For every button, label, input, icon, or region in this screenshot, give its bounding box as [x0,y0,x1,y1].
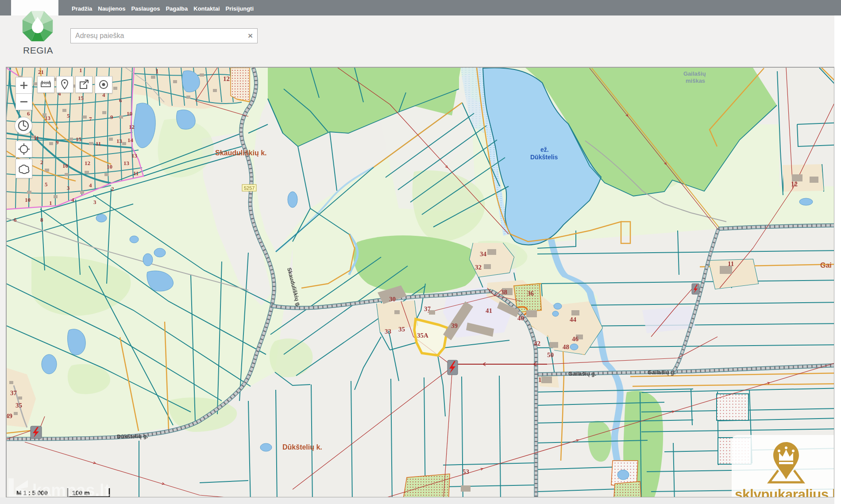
svg-text:30: 30 [389,296,396,303]
svg-text:2: 2 [111,185,114,192]
svg-text:6: 6 [27,110,30,117]
svg-text:6: 6 [14,216,17,223]
svg-text:53: 53 [463,468,469,475]
svg-text:14: 14 [127,137,134,143]
svg-text:1: 1 [155,68,159,75]
svg-text:8: 8 [40,216,43,223]
svg-text:50: 50 [547,351,554,358]
svg-text:33: 33 [385,328,391,335]
svg-text:39: 39 [451,322,458,329]
svg-text:4: 4 [89,182,92,189]
svg-text:Gailašių: Gailašių [683,70,706,77]
svg-text:13: 13 [123,160,130,166]
svg-text:12: 12 [129,123,135,130]
svg-text:11: 11 [96,140,101,147]
svg-text:10: 10 [127,110,132,117]
svg-text:13: 13 [131,152,138,159]
svg-text:35: 35 [15,402,22,409]
svg-text:9: 9 [110,114,113,120]
svg-text:1: 1 [538,376,542,383]
svg-text:48: 48 [563,343,569,350]
svg-text:10: 10 [62,162,68,169]
svg-text:11: 11 [728,260,734,267]
svg-text:10: 10 [25,196,31,203]
svg-text:Gailašių g.: Gailašių g. [648,369,675,376]
svg-text:ež.: ež. [540,146,549,153]
svg-text:37: 37 [424,305,431,312]
svg-text:12: 12 [85,160,90,166]
svg-text:kampas.lt: kampas.lt [32,481,110,497]
svg-text:15: 15 [76,136,82,142]
svg-text:34: 34 [480,250,487,258]
svg-text:Dūkštelis: Dūkštelis [530,154,558,161]
svg-text:11: 11 [34,135,39,141]
svg-text:21: 21 [38,69,44,75]
svg-text:5: 5 [67,112,70,119]
svg-text:35: 35 [398,326,405,333]
svg-text:Gai: Gai [820,262,832,269]
svg-text:11: 11 [133,170,139,177]
svg-text:10: 10 [107,163,112,170]
svg-text:Dūkštelių g.: Dūkštelių g. [117,433,148,440]
svg-text:38: 38 [501,289,507,296]
svg-text:44: 44 [570,316,577,323]
svg-text:Dūkštelių k.: Dūkštelių k. [282,443,322,451]
svg-text:1: 1 [49,200,52,206]
svg-text:4: 4 [71,196,74,203]
svg-text:6: 6 [119,97,122,104]
svg-text:Skauduliškių k.: Skauduliškių k. [215,149,266,157]
svg-text:41: 41 [486,307,492,314]
svg-text:Gailašių g.: Gailašių g. [568,371,596,377]
svg-text:36: 36 [527,290,534,297]
svg-text:37: 37 [10,389,17,396]
svg-text:sklypukaralius.lt: sklypukaralius.lt [735,486,834,497]
svg-text:3: 3 [67,185,70,191]
svg-text:7: 7 [89,115,92,122]
svg-text:5: 5 [45,181,48,188]
svg-text:13: 13 [116,138,123,144]
svg-text:32: 32 [475,264,482,271]
svg-text:35A: 35A [417,332,428,339]
svg-text:5257: 5257 [244,185,255,191]
svg-text:12: 12 [223,75,230,82]
svg-text:13: 13 [45,115,51,121]
svg-text:15: 15 [78,95,84,101]
svg-text:9: 9 [56,139,59,146]
svg-text:2: 2 [40,159,43,165]
svg-text:3: 3 [93,199,96,205]
svg-text:46: 46 [572,335,579,342]
svg-text:49: 49 [6,412,12,419]
svg-text:12: 12 [791,181,798,188]
svg-text:1: 1 [79,67,82,73]
svg-text:42: 42 [534,340,540,347]
svg-text:miškas: miškas [686,77,705,84]
svg-text:40: 40 [517,315,524,322]
